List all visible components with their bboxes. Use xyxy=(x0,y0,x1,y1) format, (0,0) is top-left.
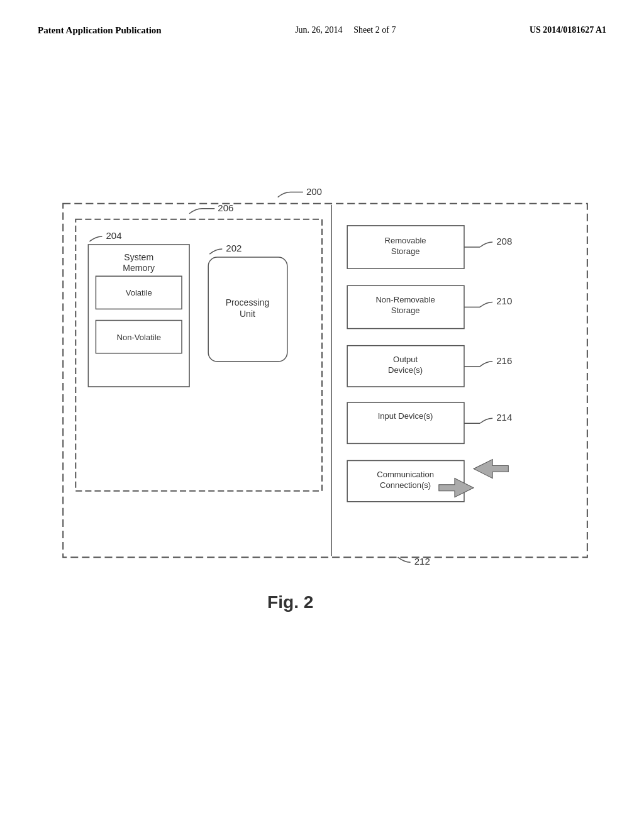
svg-text:214: 214 xyxy=(496,412,512,423)
svg-rect-15 xyxy=(347,460,464,501)
pub-date: Jun. 26, 2014 xyxy=(295,25,342,35)
svg-rect-11 xyxy=(347,226,464,268)
svg-marker-25 xyxy=(439,479,474,497)
svg-text:Non-Volatile: Non-Volatile xyxy=(117,333,161,342)
diagram-area: 200 206 204 202 208 xyxy=(38,138,606,641)
svg-text:Device(s): Device(s) xyxy=(388,365,423,375)
svg-text:Processing: Processing xyxy=(226,297,269,307)
svg-text:Volatile: Volatile xyxy=(126,288,152,297)
svg-text:Non-Removable: Non-Removable xyxy=(375,295,435,304)
sheet-info: Sheet 2 of 7 xyxy=(353,25,396,35)
svg-text:204: 204 xyxy=(106,230,121,241)
svg-rect-0 xyxy=(63,204,587,557)
svg-rect-6 xyxy=(96,276,182,309)
svg-text:Connection(s): Connection(s) xyxy=(380,480,431,490)
svg-rect-1 xyxy=(75,219,322,491)
svg-text:Storage: Storage xyxy=(391,246,420,256)
svg-rect-7 xyxy=(96,321,182,353)
svg-text:Input Device(s): Input Device(s) xyxy=(378,411,433,421)
svg-text:202: 202 xyxy=(226,243,242,253)
svg-text:Memory: Memory xyxy=(123,263,155,273)
svg-text:System: System xyxy=(124,252,153,262)
svg-rect-5 xyxy=(88,245,189,387)
svg-text:Removable: Removable xyxy=(385,236,426,245)
svg-text:208: 208 xyxy=(496,236,512,246)
header-left: Patent Application Publication xyxy=(38,25,162,36)
patent-number: US 2014/0181627 A1 xyxy=(530,25,606,35)
svg-text:206: 206 xyxy=(218,202,233,213)
svg-text:Fig. 2: Fig. 2 xyxy=(267,592,313,612)
svg-rect-13 xyxy=(347,346,464,387)
svg-marker-24 xyxy=(474,459,508,478)
svg-text:212: 212 xyxy=(414,556,430,567)
header-right: US 2014/0181627 A1 xyxy=(530,25,606,35)
header-center: Jun. 26, 2014 Sheet 2 of 7 xyxy=(295,25,396,35)
svg-text:Output: Output xyxy=(393,355,418,364)
svg-rect-8 xyxy=(208,257,287,362)
svg-text:210: 210 xyxy=(496,296,512,306)
svg-text:216: 216 xyxy=(496,355,512,366)
svg-text:Storage: Storage xyxy=(391,306,420,315)
svg-rect-12 xyxy=(347,285,464,328)
svg-rect-14 xyxy=(347,402,464,443)
svg-text:Unit: Unit xyxy=(240,309,255,319)
svg-text:Communication: Communication xyxy=(377,470,434,479)
page-header: Patent Application Publication Jun. 26, … xyxy=(0,0,644,36)
publication-type: Patent Application Publication xyxy=(38,25,162,35)
svg-text:200: 200 xyxy=(306,186,322,197)
